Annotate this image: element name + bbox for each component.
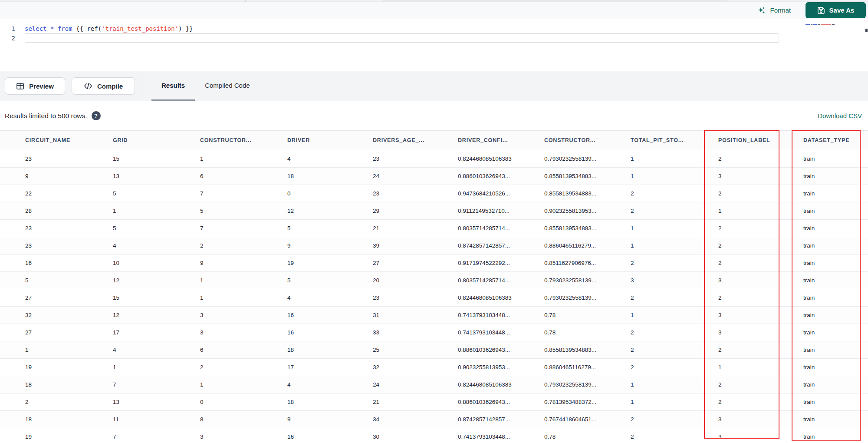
table-cell: train (803, 376, 868, 393)
table-cell: 1 (631, 150, 718, 168)
table-row: 197316300.7413793103448...0.7823train (0, 428, 868, 443)
table-row: 271514230.8244680851063830.7930232558139… (0, 289, 868, 307)
code-line-1[interactable]: select * from {{ ref('train_test_positio… (25, 24, 193, 33)
table-cell: 17 (287, 359, 373, 376)
table-cell: 2 (631, 359, 718, 376)
table-cell: 0.8860465116279... (544, 237, 631, 255)
table-row: 191217320.9023255813953...0.886046511627… (0, 359, 868, 376)
table-cell: 12 (287, 202, 373, 220)
format-button[interactable]: Format (757, 6, 791, 15)
table-cell: 0.9171974522292... (458, 255, 544, 272)
table-cell: train (803, 220, 868, 237)
table-cell: 0.8558139534883... (544, 168, 631, 185)
compile-button[interactable]: Compile (72, 77, 135, 95)
help-icon[interactable]: ? (92, 111, 101, 120)
table-cell: 27 (0, 324, 113, 341)
table-cell: 7 (200, 185, 287, 202)
format-label: Format (770, 7, 791, 14)
code-token: from (58, 25, 72, 32)
table-cell: 25 (373, 341, 458, 359)
active-line-box[interactable] (25, 33, 779, 43)
table-cell: 10 (113, 255, 200, 272)
code-token (54, 25, 57, 32)
table-cell: 7 (200, 220, 287, 237)
table-cell: 1 (200, 272, 287, 289)
table-cell: 0.8742857142857... (458, 237, 544, 255)
table-row: 231514230.8244680851063830.7930232558139… (0, 150, 868, 168)
table-cell: 0.9023255813953... (458, 359, 544, 376)
table-row: 1610919270.9171974522292...0.85116279069… (0, 255, 868, 272)
results-table-container[interactable]: CIRCUIT_NAMEGRIDCONSTRUCTOR...DRIVERDRIV… (0, 130, 868, 443)
table-cell: 0.78 (544, 324, 631, 341)
tab-compiled-code[interactable]: Compiled Code (195, 71, 260, 101)
table-cell: 2 (718, 185, 803, 202)
table-cell: 1 (631, 220, 718, 237)
preview-label: Preview (29, 83, 54, 90)
table-cell: 5 (200, 202, 287, 220)
table-cell: 13 (113, 393, 200, 411)
table-cell: 39 (373, 237, 458, 255)
table-cell: 0.9473684210526... (458, 185, 544, 202)
table-cell: 2 (718, 150, 803, 168)
table-cell: 0 (287, 185, 373, 202)
code-token (47, 25, 50, 32)
action-divider (142, 71, 142, 101)
minimap-code-line (813, 24, 817, 25)
minimap-code-line (806, 24, 810, 25)
table-cell: 0.7813953488372... (544, 393, 631, 411)
table-cell: 2 (631, 289, 718, 307)
table-cell: 9 (287, 411, 373, 428)
table-row: 213018210.8860103626943...0.781395348837… (0, 393, 868, 411)
results-limit-text: Results limited to 500 rows. (5, 112, 87, 120)
column-header: DRIVER_CONFI... (458, 131, 544, 150)
table-cell: 3 (718, 324, 803, 341)
results-tabs: Results Compiled Code (151, 71, 260, 101)
column-header: GRID (113, 131, 200, 150)
column-header: POSITION_LABEL (718, 131, 803, 150)
preview-button[interactable]: Preview (5, 77, 65, 95)
table-cell: 2 (718, 376, 803, 393)
save-as-button[interactable]: Save As (806, 2, 866, 18)
table-cell: train (803, 185, 868, 202)
column-header: CIRCUIT_NAME (0, 131, 113, 150)
table-cell: 27 (0, 289, 113, 307)
table-cell: 2 (631, 202, 718, 220)
table-cell: 1 (113, 202, 200, 220)
action-bar: Preview Compile Results Compiled Code (0, 71, 868, 101)
table-cell: 2 (718, 237, 803, 255)
download-csv-link[interactable]: Download CSV (818, 112, 862, 119)
table-cell: 1 (631, 393, 718, 411)
table-cell: 0.7413793103448... (458, 428, 544, 443)
table-cell: 32 (373, 359, 458, 376)
table-row: 913618240.8860103626943...0.855813953488… (0, 168, 868, 185)
table-cell: 9 (287, 237, 373, 255)
table-cell: 12 (113, 272, 200, 289)
table-cell: 1 (718, 202, 803, 220)
code-editor[interactable]: 1 2 select * from {{ ref('train_test_pos… (0, 19, 868, 71)
table-cell: 2 (200, 359, 287, 376)
table-cell: 8 (200, 411, 287, 428)
tab-results[interactable]: Results (151, 71, 195, 101)
table-cell: 0.8035714285714... (458, 272, 544, 289)
table-cell: 23 (0, 150, 113, 168)
table-cell: 2 (718, 393, 803, 411)
table-cell: 5 (287, 272, 373, 289)
table-cell: 4 (287, 289, 373, 307)
table-cell: 27 (373, 255, 458, 272)
table-cell: 16 (287, 324, 373, 341)
table-cell: 28 (0, 202, 113, 220)
editor-scroll-marker[interactable] (865, 29, 868, 32)
table-cell: 4 (287, 376, 373, 393)
table-cell: 5 (113, 185, 200, 202)
minimap-code-line (811, 24, 812, 25)
table-row: 22570230.9473684210526...0.8558139534883… (0, 185, 868, 202)
minimap[interactable] (806, 23, 858, 26)
table-cell: train (803, 324, 868, 341)
code-token: 'train_test_position' (102, 25, 178, 32)
action-buttons: Preview Compile (5, 71, 135, 101)
table-cell: 0.78 (544, 428, 631, 443)
table-cell: 16 (287, 428, 373, 443)
table-cell: 1 (0, 341, 113, 359)
table-cell: 23 (373, 185, 458, 202)
table-cell: 0.8860103626943... (458, 341, 544, 359)
